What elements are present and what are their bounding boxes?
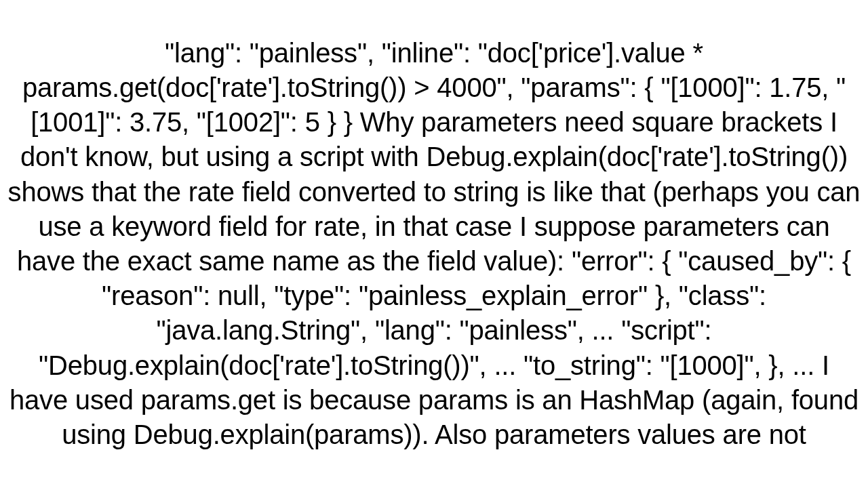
document-text: "lang": "painless", "inline": "doc['pric…: [0, 36, 868, 452]
